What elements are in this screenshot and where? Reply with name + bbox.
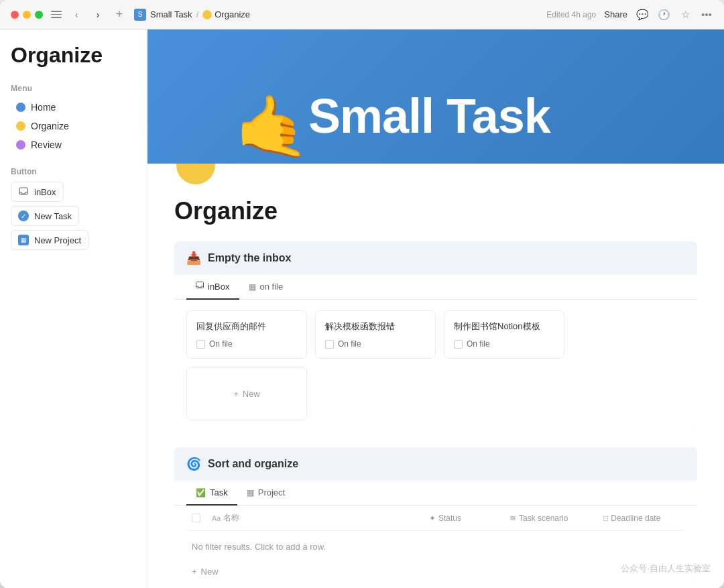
sidebar-item-review[interactable]: Review: [11, 136, 136, 154]
sort-section-title: Sort and organize: [208, 458, 298, 470]
col-scenario-icon: ≋: [509, 514, 516, 523]
on-file-tab-icon: ▦: [249, 282, 256, 292]
button-items: inBox ✓ New Task ▦ New Project: [11, 182, 136, 250]
task-card-1: 回复供应商的邮件 On file: [186, 310, 307, 359]
organize-label: Organize: [31, 121, 69, 131]
table-body: No filter results. Click to add a row.: [186, 531, 685, 563]
task-card-2-title: 解决模板函数报错: [325, 320, 426, 333]
col-name-icon: Aa: [212, 514, 221, 522]
new-tab-button[interactable]: +: [113, 8, 126, 21]
add-new-label: New: [243, 389, 260, 399]
button-section-label: Button: [11, 167, 136, 176]
new-task-label: New Task: [34, 211, 72, 221]
sidebar: Organize Menu Home Organize Review: [0, 30, 147, 588]
no-results-text: No filter results. Click to add a row.: [186, 539, 685, 554]
clock-icon[interactable]: 🕐: [657, 8, 670, 21]
star-icon[interactable]: ☆: [678, 8, 692, 21]
review-dot-icon: [16, 140, 25, 150]
col-deadline-label: Deadline date: [611, 514, 660, 523]
project-icon: ▦: [18, 235, 29, 245]
project-tab-icon: ▦: [247, 488, 254, 497]
empty-inbox-header: 📥 Empty the inbox: [174, 241, 697, 275]
task-card-1-status: On file: [196, 339, 297, 349]
menu-section-label: Menu: [11, 84, 136, 93]
main-content: Organize Menu Home Organize Review: [0, 30, 724, 588]
titlebar-right: Edited 4h ago Share 💬 🕐 ☆ •••: [546, 8, 713, 21]
add-row-button[interactable]: + New: [186, 563, 685, 581]
breadcrumb: S Small Task / Organize: [134, 9, 538, 21]
home-dot-icon: [16, 103, 25, 112]
edited-timestamp: Edited 4h ago: [546, 10, 596, 19]
checkbox-3[interactable]: [454, 340, 463, 349]
inbox-section-icon: 📥: [186, 251, 201, 266]
sort-section-icon: 🌀: [186, 457, 201, 471]
inbox-button-label: inBox: [34, 187, 56, 197]
more-icon[interactable]: •••: [700, 8, 713, 21]
col-scenario-label: Task scenario: [519, 514, 568, 523]
sidebar-item-home[interactable]: Home: [11, 99, 136, 116]
breadcrumb-app: Small Task: [150, 9, 192, 19]
task-tab-icon: ✅: [196, 488, 206, 497]
col-status-icon: ✦: [429, 514, 436, 523]
status-label-1: On file: [209, 339, 233, 349]
comment-icon[interactable]: 💬: [636, 8, 649, 21]
breadcrumb-page: Organize: [202, 9, 250, 19]
new-task-button[interactable]: ✓ New Task: [11, 206, 79, 226]
tab-on-file-label: on file: [260, 282, 284, 292]
new-project-button[interactable]: ▦ New Project: [11, 230, 88, 250]
review-label: Review: [31, 139, 62, 150]
share-button[interactable]: Share: [604, 9, 627, 19]
inbox-tabs: inBox ▦ on file: [174, 275, 697, 300]
checkbox-1[interactable]: [196, 340, 205, 349]
organize-dot-icon: [16, 121, 25, 131]
col-name-header: Aa 名称: [206, 512, 424, 524]
maximize-button[interactable]: [35, 11, 43, 19]
add-new-card-button[interactable]: + New: [186, 367, 307, 420]
banner-emoji: 🤙: [235, 97, 310, 157]
col-deadline-icon: □: [603, 514, 608, 523]
tab-on-file[interactable]: ▦ on file: [239, 275, 293, 300]
task-card-3-status: On file: [454, 339, 554, 349]
forward-button[interactable]: ›: [91, 8, 105, 21]
tab-inbox[interactable]: inBox: [186, 275, 239, 300]
add-row-label: New: [201, 567, 219, 577]
back-button[interactable]: ‹: [70, 8, 83, 21]
app-icon: S: [134, 9, 146, 21]
tab-task[interactable]: ✅ Task: [186, 481, 237, 506]
add-row-plus-icon: +: [192, 567, 197, 577]
close-button[interactable]: [11, 11, 19, 19]
banner-title: Small Task: [308, 89, 550, 143]
page-heading: Organize: [147, 197, 724, 225]
plus-icon: +: [233, 389, 239, 399]
page-title: Organize: [11, 43, 136, 68]
checkbox-2[interactable]: [325, 340, 334, 349]
col-name-label: 名称: [223, 512, 239, 524]
menu-icon[interactable]: [51, 9, 62, 20]
tab-project-label: Project: [258, 487, 285, 497]
tab-task-label: Task: [210, 487, 228, 497]
sidebar-item-organize[interactable]: Organize: [11, 117, 136, 135]
task-card-1-title: 回复供应商的邮件: [196, 320, 297, 333]
cards-area: 回复供应商的邮件 On file 解决模板函数报错 On file: [174, 300, 697, 431]
menu-items: Home Organize Review: [11, 99, 136, 154]
sort-section-header: 🌀 Sort and organize: [174, 447, 697, 481]
table-area: Aa 名称 ✦ Status ≋ Task scenario: [174, 506, 697, 581]
checkbox-col-header: [186, 514, 206, 522]
inbox-tab-icon: [196, 282, 204, 292]
inbox-section-title: Empty the inbox: [208, 252, 291, 264]
status-label-3: On file: [467, 339, 490, 349]
sort-section: 🌀 Sort and organize ✅ Task ▦ Project: [174, 447, 697, 581]
minimize-button[interactable]: [23, 11, 31, 19]
tab-inbox-label: inBox: [208, 282, 230, 292]
svg-rect-1: [196, 282, 204, 288]
page-dot-icon: [202, 10, 212, 19]
home-label: Home: [31, 102, 56, 113]
task-card-2: 解决模板函数报错 On file: [315, 310, 436, 359]
tab-project[interactable]: ▦ Project: [237, 481, 294, 506]
breadcrumb-page-name: Organize: [215, 9, 250, 19]
inbox-button[interactable]: inBox: [11, 182, 64, 202]
traffic-lights: [11, 11, 43, 19]
new-project-label: New Project: [34, 235, 81, 245]
status-label-2: On file: [338, 339, 361, 349]
col-status-label: Status: [438, 514, 461, 523]
